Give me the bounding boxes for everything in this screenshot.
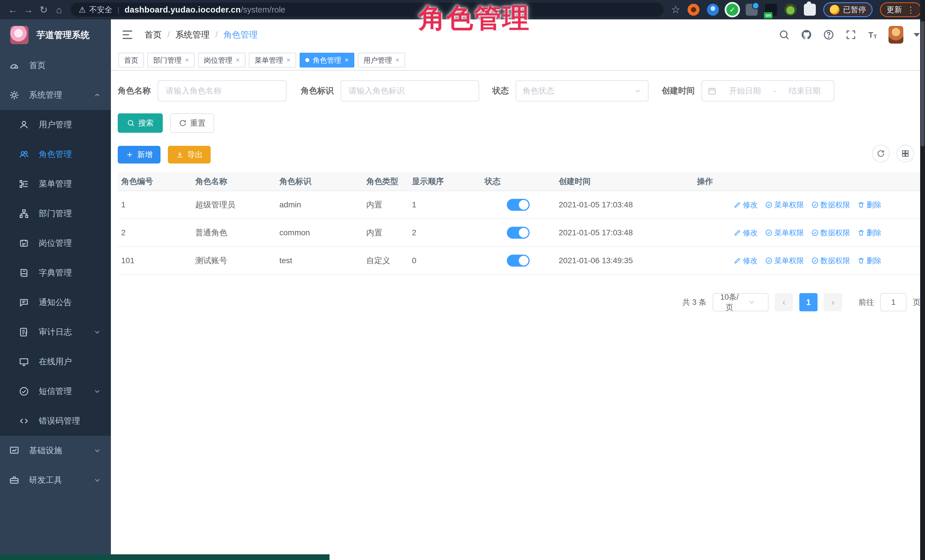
user-avatar[interactable] <box>889 26 903 44</box>
extension-orange-icon[interactable] <box>687 4 699 16</box>
sidebar-item-audit-log[interactable]: 审计日志 <box>0 317 111 347</box>
sidebar-item-post-management[interactable]: 岗位管理 <box>0 228 111 258</box>
sidebar-item-sms-management[interactable]: 短信管理 <box>0 377 111 406</box>
sidebar-item-label: 基础设施 <box>29 445 62 456</box>
tab-post[interactable]: 岗位管理 × <box>198 53 246 68</box>
sidebar-item-user-management[interactable]: 用户管理 <box>0 110 111 140</box>
data-permission-link[interactable]: 数据权限 <box>811 200 850 210</box>
role-name-input[interactable] <box>158 80 286 101</box>
browser-back-icon[interactable]: ← <box>5 2 21 17</box>
edit-link[interactable]: 修改 <box>734 200 758 210</box>
scrollbar-thumb[interactable] <box>921 21 924 146</box>
next-page-button[interactable]: › <box>824 293 842 311</box>
menu-permission-label: 菜单权限 <box>774 228 804 238</box>
column-header-id: 角色编号 <box>118 172 192 191</box>
breadcrumb-system[interactable]: 系统管理 <box>175 29 209 41</box>
status-select[interactable]: 角色状态 <box>516 80 648 101</box>
edit-link[interactable]: 修改 <box>734 256 758 266</box>
browser-home-icon[interactable]: ⌂ <box>51 2 67 17</box>
extension-plant-icon[interactable] <box>785 4 797 16</box>
breadcrumb-home[interactable]: 首页 <box>145 29 162 41</box>
github-icon[interactable] <box>800 28 813 42</box>
search-icon[interactable] <box>777 28 791 42</box>
status-toggle-on[interactable] <box>507 199 530 211</box>
sidebar-item-home[interactable]: 首页 <box>0 51 111 80</box>
status-toggle-on[interactable] <box>507 227 530 239</box>
address-bar[interactable]: ⚠ 不安全 | dashboard.yudao.iocoder.cn /syst… <box>71 3 664 17</box>
create-time-range-picker[interactable]: 开始日期 - 结束日期 <box>702 80 835 101</box>
delete-link[interactable]: 删除 <box>857 228 881 238</box>
current-page-button[interactable]: 1 <box>799 293 818 311</box>
bookmark-star-icon[interactable]: ☆ <box>671 4 680 16</box>
sidebar-item-dept-management[interactable]: 部门管理 <box>0 199 111 228</box>
role-key-input[interactable] <box>340 80 479 101</box>
sidebar-item-dict-management[interactable]: 字典管理 <box>0 258 111 288</box>
add-button[interactable]: 新增 <box>118 146 160 164</box>
breadcrumb-separator: / <box>167 30 170 40</box>
sidebar-item-dev-tools[interactable]: 研发工具 <box>0 465 111 495</box>
help-icon[interactable] <box>822 28 836 42</box>
tab-close-icon[interactable]: × <box>395 56 399 64</box>
column-settings-button[interactable] <box>896 145 914 162</box>
menu-permission-link[interactable]: 菜单权限 <box>765 228 804 238</box>
tab-dept[interactable]: 部门管理 × <box>148 53 195 68</box>
sidebar-item-error-code[interactable]: 错误码管理 <box>0 406 111 436</box>
tab-menu[interactable]: 菜单管理 × <box>249 53 296 68</box>
fullscreen-icon[interactable] <box>844 28 858 42</box>
browser-forward-icon[interactable]: → <box>21 2 36 17</box>
hamburger-icon[interactable] <box>121 29 134 41</box>
browser-scrollbar[interactable] <box>920 0 925 560</box>
extensions-puzzle-icon[interactable] <box>804 4 816 16</box>
code-icon <box>18 415 30 427</box>
prev-page-button[interactable]: ‹ <box>775 293 793 311</box>
filter-actions: 搜索 重置 <box>118 113 922 133</box>
sidebar-item-infrastructure[interactable]: 基础设施 <box>0 436 111 465</box>
sidebar-item-notice[interactable]: 通知公告 <box>0 288 111 317</box>
data-permission-link[interactable]: 数据权限 <box>811 228 850 238</box>
status-toggle-on[interactable] <box>507 255 530 267</box>
page-size-select[interactable]: 10条/页 <box>713 293 768 311</box>
avatar-caret-icon[interactable] <box>914 33 920 37</box>
menu-permission-link[interactable]: 菜单权限 <box>765 256 804 266</box>
goto-page-input[interactable] <box>880 293 907 311</box>
refresh-table-button[interactable] <box>872 145 890 162</box>
browser-menu-kebab-icon[interactable]: ⋮ <box>907 5 915 15</box>
extension-blue-drop-icon[interactable] <box>707 4 719 16</box>
menu-permission-link[interactable]: 菜单权限 <box>765 200 804 210</box>
sidebar-item-role-management[interactable]: 角色管理 <box>0 140 111 169</box>
search-button[interactable]: 搜索 <box>118 113 163 133</box>
tab-close-icon[interactable]: × <box>286 56 291 64</box>
browser-reload-icon[interactable]: ↻ <box>36 2 51 17</box>
edit-link-label: 修改 <box>743 256 758 266</box>
delete-link[interactable]: 删除 <box>857 200 881 210</box>
edit-link[interactable]: 修改 <box>734 228 758 238</box>
extension-switch-icon[interactable]: on <box>765 4 777 16</box>
font-size-icon[interactable]: TT <box>866 28 880 42</box>
extension-green-check-icon[interactable] <box>726 4 738 16</box>
delete-link[interactable]: 删除 <box>857 256 881 266</box>
app-logo-row[interactable]: 芋道管理系统 <box>0 20 111 51</box>
update-button[interactable]: 更新 ⋮ <box>880 2 922 17</box>
tab-close-icon[interactable]: × <box>236 56 240 64</box>
gear-icon <box>9 89 20 101</box>
sidebar-item-online-users[interactable]: 在线用户 <box>0 347 111 377</box>
chevron-down-icon <box>93 447 101 455</box>
sidebar-item-label: 系统管理 <box>29 89 62 101</box>
reset-button-label: 重置 <box>190 118 205 128</box>
browser-extensions-area: ☆ on 已暂停 更新 ⋮ <box>671 2 922 17</box>
tab-close-icon[interactable]: × <box>345 56 349 64</box>
roles-icon <box>18 149 30 160</box>
paused-badge[interactable]: 已暂停 <box>823 2 872 17</box>
reset-button[interactable]: 重置 <box>170 113 214 133</box>
breadcrumb: 首页 / 系统管理 / 角色管理 <box>145 29 258 41</box>
tab-close-icon[interactable]: × <box>185 56 189 64</box>
sidebar-item-menu-management[interactable]: 菜单管理 <box>0 169 111 199</box>
data-permission-link[interactable]: 数据权限 <box>811 256 850 266</box>
tab-home[interactable]: 首页 <box>118 53 144 68</box>
post-badge-icon <box>18 237 30 249</box>
export-button[interactable]: 导出 <box>168 146 211 164</box>
tab-user[interactable]: 用户管理 × <box>358 53 405 68</box>
extension-grid-icon[interactable] <box>746 4 758 16</box>
tab-role[interactable]: 角色管理 × <box>300 53 354 68</box>
sidebar-item-system[interactable]: 系统管理 <box>0 80 111 110</box>
